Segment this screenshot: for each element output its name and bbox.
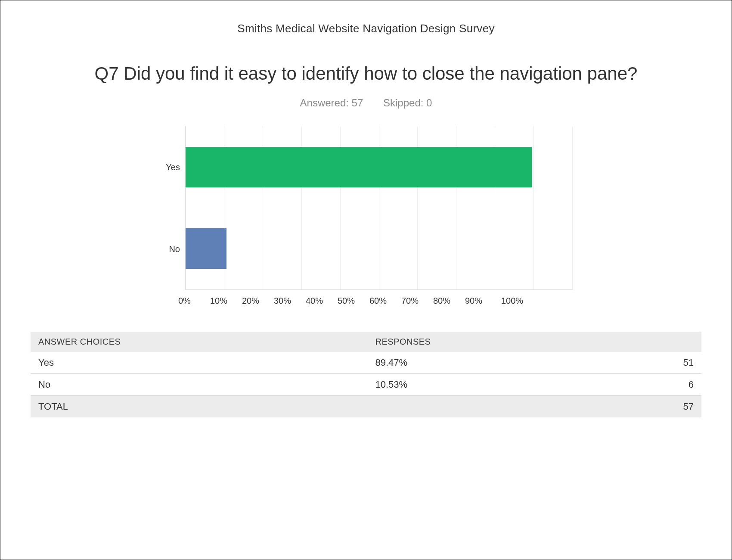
cell-pct: 89.47% xyxy=(367,352,612,374)
plot-area xyxy=(185,126,573,290)
stats-row: Answered: 57 Skipped: 0 xyxy=(31,97,701,109)
page: Smiths Medical Website Navigation Design… xyxy=(0,0,732,560)
skipped-stat: Skipped: 0 xyxy=(383,97,432,109)
table-total-row: TOTAL 57 xyxy=(31,396,701,418)
cell-count: 51 xyxy=(612,352,701,374)
th-count xyxy=(612,332,701,352)
results-table: ANSWER CHOICES RESPONSES Yes 89.47% 51 N… xyxy=(31,332,701,417)
table-row: No 10.53% 6 xyxy=(31,374,701,396)
cell-count: 6 xyxy=(612,374,701,396)
bar-yes xyxy=(186,147,532,187)
th-answer-choices: ANSWER CHOICES xyxy=(31,332,367,352)
y-axis-labels: Yes No xyxy=(159,126,185,290)
x-tick: 100% xyxy=(501,296,540,306)
bar-chart: Yes No 0% 10% 20% 30% 40% 50% xyxy=(159,126,573,306)
cell-label: No xyxy=(31,374,367,396)
survey-title: Smiths Medical Website Navigation Design… xyxy=(31,22,701,35)
bars xyxy=(186,126,573,289)
bar-no xyxy=(186,228,226,269)
table-row: Yes 89.47% 51 xyxy=(31,352,701,374)
table-header-row: ANSWER CHOICES RESPONSES xyxy=(31,332,701,352)
th-responses: RESPONSES xyxy=(367,332,612,352)
cell-pct: 10.53% xyxy=(367,374,612,396)
total-label: TOTAL xyxy=(31,396,367,418)
answered-stat: Answered: 57 xyxy=(300,97,363,109)
y-label-no: No xyxy=(169,244,180,254)
plot: 0% 10% 20% 30% 40% 50% 60% 70% 80% 90% 1… xyxy=(185,126,573,306)
total-count: 57 xyxy=(612,396,701,418)
cell-label: Yes xyxy=(31,352,367,374)
question-title: Q7 Did you find it easy to identify how … xyxy=(31,63,701,84)
x-tick: 90% xyxy=(465,296,504,306)
x-axis-labels: 0% 10% 20% 30% 40% 50% 60% 70% 80% 90% 1… xyxy=(185,290,573,306)
y-label-yes: Yes xyxy=(166,162,180,172)
total-blank xyxy=(367,396,612,418)
